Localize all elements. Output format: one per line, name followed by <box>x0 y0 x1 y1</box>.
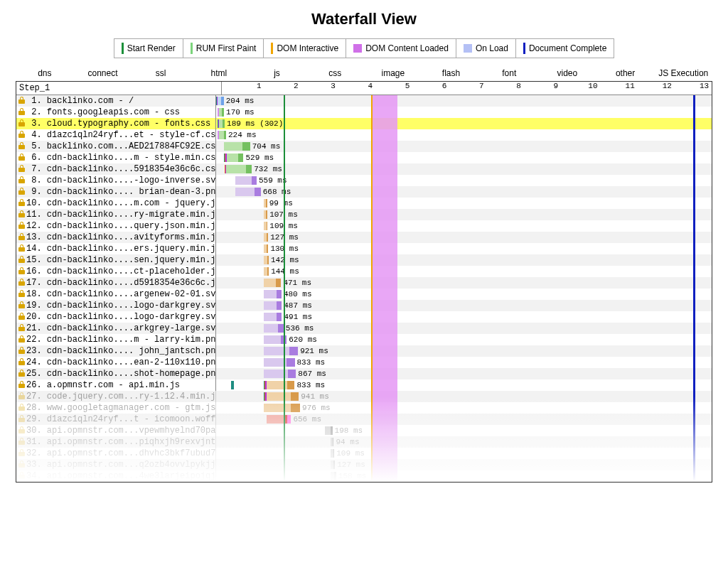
waterfall-row[interactable]: 19. cdn-backlinko....logo-darkgrey.svg48… <box>16 300 712 311</box>
row-timing: 976 ms <box>216 402 712 414</box>
row-timing: 487 ms <box>216 300 712 311</box>
lock-icon <box>16 459 26 470</box>
timing-ms-label: 491 ms <box>284 311 312 323</box>
waterfall-row[interactable]: 27. code.jquery.com...ry-1.12.4.min.js94… <box>16 391 712 402</box>
row-timing: 109 ms <box>216 448 712 459</box>
timeline-tick: 3 <box>331 82 336 90</box>
lock-icon <box>16 345 26 357</box>
timing-bar <box>224 142 250 151</box>
waterfall-row[interactable]: 21. cdn-backlinko....arkgrey-large.svg53… <box>16 323 712 334</box>
timing-ms-label: 94 ms <box>336 436 359 448</box>
waterfall-row[interactable]: 28. www.googletagmanager.com - gtm.js976… <box>16 402 712 414</box>
row-label: 16. cdn-backlinko....ct-placeholder.js <box>26 266 216 277</box>
waterfall-row[interactable]: 20. cdn-backlinko....logo-darkgrey.svg49… <box>16 311 712 323</box>
waterfall-row[interactable]: 31. api.opmnstr.com...piqhxjh9rexvjnt094… <box>16 436 712 448</box>
lock-icon <box>16 277 26 289</box>
row-timing: 170 ms <box>216 107 712 118</box>
resource-type-label: dns <box>16 68 74 78</box>
row-label: 26. a.opmnstr.com - api.min.js <box>26 379 216 391</box>
lock-icon <box>16 95 26 107</box>
timing-ms-label: 487 ms <box>284 300 312 311</box>
resource-type: js <box>248 68 306 78</box>
resource-type-label: font <box>480 68 538 78</box>
timing-bar <box>264 222 268 230</box>
timing-ms-label: 127 ms <box>270 232 299 243</box>
row-timing: 142 ms <box>216 254 712 266</box>
lock-icon <box>16 266 26 277</box>
waterfall-row[interactable]: 4. d1azc1qln24ryf...et - style-cf.css224… <box>16 129 712 141</box>
waterfall-row[interactable]: 5. backlinko.com...AED217884FC92E.css704… <box>16 141 712 152</box>
row-label: 25. cdn-backlinko....shot-homepage.png <box>26 368 216 379</box>
lock-icon <box>16 152 26 163</box>
timing-bar <box>224 153 244 162</box>
waterfall-row[interactable]: 9. cdn-backlinko.... brian-dean-3.png668… <box>16 186 712 198</box>
waterfall-row[interactable]: 25. cdn-backlinko....shot-homepage.png86… <box>16 368 712 379</box>
waterfall-row[interactable]: 3. cloud.typography.com - fonts.css189 m… <box>16 118 712 129</box>
timing-bar <box>264 381 295 389</box>
waterfall-row[interactable]: 16. cdn-backlinko....ct-placeholder.js14… <box>16 266 712 277</box>
legend-label: Document Complete <box>529 43 606 53</box>
timeline-tick: 7 <box>479 82 484 90</box>
resource-type-label: video <box>538 68 596 78</box>
waterfall-row[interactable]: 24. cdn-backlinko....ean-2-110x110.png83… <box>16 357 712 368</box>
timing-bar <box>264 279 282 287</box>
waterfall-row[interactable]: 17. cdn-backlinko....d5918354e36c6c.js47… <box>16 277 712 289</box>
lock-icon <box>16 425 26 436</box>
timing-bar <box>264 233 269 242</box>
timing-bar <box>235 188 260 196</box>
waterfall-row[interactable]: 34. api.opmnstr.com...4we3larjeipojqjy15… <box>16 470 712 482</box>
row-label: 6. cdn-backlinko....m - style.min.css <box>26 152 216 163</box>
timing-ms-label: 941 ms <box>301 391 329 402</box>
lock-icon <box>16 323 26 334</box>
lock-icon <box>16 254 26 266</box>
timing-bar <box>264 290 282 298</box>
waterfall-row[interactable]: 18. cdn-backlinko....argenew-02-01.svg48… <box>16 289 712 300</box>
row-timing: 668 ms <box>216 186 712 198</box>
resource-type-label: ssl <box>132 68 190 78</box>
resource-type: JS Execution <box>654 68 712 78</box>
timing-ms-label: 127 ms <box>337 459 365 470</box>
waterfall-row[interactable]: 6. cdn-backlinko....m - style.min.css529… <box>16 152 712 163</box>
lock-icon <box>16 141 26 152</box>
resource-type: image <box>364 68 422 78</box>
waterfall-row[interactable]: 30. api.opmnstr.com...vpewmhyelnd70paz19… <box>16 425 712 436</box>
lock-icon <box>16 357 26 368</box>
lock-icon <box>16 470 26 482</box>
timing-bar <box>331 472 336 480</box>
waterfall-row[interactable]: 26. a.opmnstr.com - api.min.js833 ms <box>16 379 712 391</box>
waterfall-row[interactable]: 22. cdn-backlinko....m - larry-kim.png62… <box>16 334 712 345</box>
timeline-tick: 13 <box>700 82 709 90</box>
timing-bar <box>264 267 269 276</box>
waterfall-row[interactable]: 12. cdn-backlinko....query.json.min.js10… <box>16 220 712 232</box>
timing-bar <box>264 313 282 321</box>
waterfall-row[interactable]: 33. api.opmnstr.com...q2ozb4ovvlpykjjd12… <box>16 459 712 470</box>
row-timing: 107 ms <box>216 209 712 220</box>
row-label: 10. cdn-backlinko....m.com - jquery.js <box>26 198 216 209</box>
waterfall-row[interactable]: 8. cdn-backlinko....-logo-inverse.svg559… <box>16 175 712 186</box>
lock-icon <box>16 243 26 254</box>
lock-icon <box>16 448 26 459</box>
row-label: 3. cloud.typography.com - fonts.css <box>26 118 216 129</box>
waterfall-row[interactable]: 1. backlinko.com - /204 ms <box>16 95 712 107</box>
waterfall-row[interactable]: 7. cdn-backlinko....5918354e36c6c.css732… <box>16 163 712 175</box>
row-timing: 480 ms <box>216 289 712 300</box>
waterfall-row[interactable]: 15. cdn-backlinko....sen.jquery.min.js14… <box>16 254 712 266</box>
waterfall-row[interactable]: 11. cdn-backlinko....ry-migrate.min.js10… <box>16 209 712 220</box>
waterfall-row[interactable]: 2. fonts.googleapis.com - css170 ms <box>16 107 712 118</box>
waterfall-row[interactable]: 13. cdn-backlinko....avityforms.min.js12… <box>16 232 712 243</box>
legend-item: Document Complete <box>516 39 614 58</box>
waterfall-row[interactable]: 10. cdn-backlinko....m.com - jquery.js99… <box>16 198 712 209</box>
waterfall-row[interactable]: 29. d1azc1qln24ryf...t - icomoon.woff265… <box>16 414 712 425</box>
waterfall-row[interactable]: 23. cdn-backlinko.... john_jantsch.png92… <box>16 345 712 357</box>
timing-ms-label: 976 ms <box>302 402 331 414</box>
waterfall-row[interactable]: 32. api.opmnstr.com...dhvhc3bkf7ubud7g10… <box>16 448 712 459</box>
row-label: 28. www.googletagmanager.com - gtm.js <box>26 402 216 414</box>
row-label: 24. cdn-backlinko....ean-2-110x110.png <box>26 357 216 368</box>
waterfall-row[interactable]: 14. cdn-backlinko....ers.jquery.min.js13… <box>16 243 712 254</box>
resource-type: dns <box>16 68 74 78</box>
row-label: 29. d1azc1qln24ryf...t - icomoon.woff2 <box>26 414 216 425</box>
timing-bar <box>264 358 295 367</box>
timeline-tick: 8 <box>516 82 521 90</box>
legend-line-icon <box>122 43 124 54</box>
row-timing: 127 ms <box>216 232 712 243</box>
